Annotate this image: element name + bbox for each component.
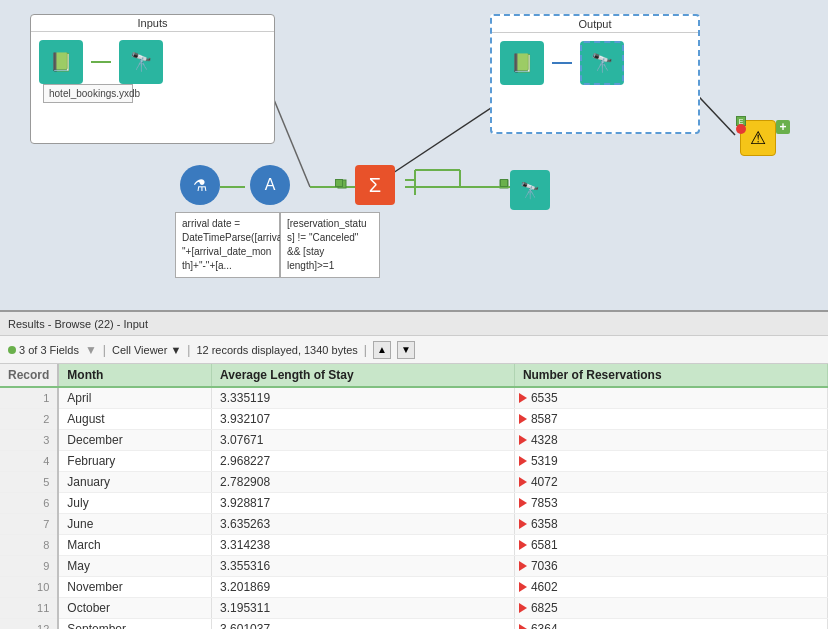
aggregator-node[interactable]: Σ: [355, 165, 395, 205]
red-triangle-icon: [519, 456, 527, 466]
cell-avg-stay: 3.932107: [212, 409, 515, 430]
cell-month: February: [58, 451, 211, 472]
connector-t2: [500, 179, 508, 187]
cell-num-reservations: 6358: [514, 514, 827, 535]
table-body: 1April3.33511965352August3.93210785873De…: [0, 387, 828, 629]
red-triangle-icon: [519, 435, 527, 445]
cell-num-reservations: 7853: [514, 493, 827, 514]
cell-avg-stay: 2.782908: [212, 472, 515, 493]
formula-box-2: [reservation_statu s] != "Canceled" && […: [280, 212, 380, 278]
scroll-up-button[interactable]: ▲: [373, 341, 391, 359]
cell-avg-stay: 3.335119: [212, 387, 515, 409]
table-header-row: Record Month Average Length of Stay Numb…: [0, 364, 828, 387]
cell-avg-stay: 3.635263: [212, 514, 515, 535]
browse-standalone-icon[interactable]: 🔭: [510, 170, 550, 210]
cell-avg-stay: 3.07671: [212, 430, 515, 451]
cell-month: July: [58, 493, 211, 514]
cell-num-reservations: 5319: [514, 451, 827, 472]
records-label: 12 records displayed, 1340 bytes: [196, 344, 357, 356]
cell-month: August: [58, 409, 211, 430]
browse-output-icon[interactable]: 🔭: [580, 41, 624, 85]
cell-record: 3: [0, 430, 58, 451]
cell-avg-stay: 3.928817: [212, 493, 515, 514]
cell-avg-stay: 3.355316: [212, 556, 515, 577]
table-row: 3December3.076714328: [0, 430, 828, 451]
cell-num-reservations: 6535: [514, 387, 827, 409]
table-row: 7June3.6352636358: [0, 514, 828, 535]
cell-num-reservations: 6364: [514, 619, 827, 630]
filter-node[interactable]: ⚗: [180, 165, 220, 205]
cell-record: 4: [0, 451, 58, 472]
cell-month: January: [58, 472, 211, 493]
cell-record: 11: [0, 598, 58, 619]
table-row: 6July3.9288177853: [0, 493, 828, 514]
cell-record: 5: [0, 472, 58, 493]
cell-record: 7: [0, 514, 58, 535]
cell-record: 9: [0, 556, 58, 577]
table-row: 4February2.9682275319: [0, 451, 828, 472]
green-dot: [8, 346, 16, 354]
cell-num-reservations: 4072: [514, 472, 827, 493]
cell-avg-stay: 3.314238: [212, 535, 515, 556]
warning-node[interactable]: ⚠ E +: [740, 120, 776, 156]
cell-record: 6: [0, 493, 58, 514]
cell-viewer-label[interactable]: Cell Viewer ▼: [112, 344, 181, 356]
red-triangle-icon: [519, 414, 527, 424]
results-title: Results - Browse (22) - Input: [8, 318, 148, 330]
cell-avg-stay: 3.195311: [212, 598, 515, 619]
cell-num-reservations: 6581: [514, 535, 827, 556]
cell-num-reservations: 8587: [514, 409, 827, 430]
cell-num-reservations: 4328: [514, 430, 827, 451]
col-header-record: Record: [0, 364, 58, 387]
results-table: Record Month Average Length of Stay Numb…: [0, 364, 828, 629]
table-row: 8March3.3142386581: [0, 535, 828, 556]
inputs-box-title: Inputs: [31, 15, 274, 32]
formula-box-1: arrival date = DateTimeParse([arrival_da…: [175, 212, 280, 278]
cell-avg-stay: 3.601037: [212, 619, 515, 630]
red-triangle-icon: [519, 393, 527, 403]
red-triangle-icon: [519, 624, 527, 629]
red-triangle-icon: [519, 540, 527, 550]
red-triangle-icon: [519, 519, 527, 529]
output-box-content: 📗 🔭: [492, 33, 698, 93]
output-box: Output 📗 🔭: [490, 14, 700, 134]
red-triangle-icon: [519, 561, 527, 571]
cell-month: December: [58, 430, 211, 451]
table-row: 2August3.9321078587: [0, 409, 828, 430]
cell-record: 8: [0, 535, 58, 556]
book-output-icon[interactable]: 📗: [500, 41, 544, 85]
book-input-icon[interactable]: 📗: [39, 40, 83, 84]
table-row: 12September3.6010376364: [0, 619, 828, 630]
col-header-avg-stay: Average Length of Stay: [212, 364, 515, 387]
table-row: 5January2.7829084072: [0, 472, 828, 493]
fields-label: 3 of 3 Fields: [8, 344, 79, 356]
output-box-title: Output: [492, 16, 698, 33]
inputs-box: Inputs 📗 🔭 hotel_bookings.yxdb: [30, 14, 275, 144]
cell-num-reservations: 6825: [514, 598, 827, 619]
cell-record: 10: [0, 577, 58, 598]
connector-t1: [335, 179, 343, 187]
cell-num-reservations: 7036: [514, 556, 827, 577]
table-row: 11October3.1953116825: [0, 598, 828, 619]
table-row: 9May3.3553167036: [0, 556, 828, 577]
red-triangle-icon: [519, 498, 527, 508]
cell-month: October: [58, 598, 211, 619]
data-table-container: Record Month Average Length of Stay Numb…: [0, 364, 828, 629]
cell-record: 2: [0, 409, 58, 430]
browse-input-icon[interactable]: 🔭: [119, 40, 163, 84]
cell-month: June: [58, 514, 211, 535]
red-triangle-icon: [519, 477, 527, 487]
red-triangle-icon: [519, 603, 527, 613]
cell-num-reservations: 4602: [514, 577, 827, 598]
table-row: 1April3.3351196535: [0, 387, 828, 409]
formula-node[interactable]: A: [250, 165, 290, 205]
cell-avg-stay: 3.201869: [212, 577, 515, 598]
results-panel: Results - Browse (22) - Input 3 of 3 Fie…: [0, 310, 828, 629]
cell-month: September: [58, 619, 211, 630]
workflow-canvas: Inputs 📗 🔭 hotel_bookings.yxdb Output 📗 …: [0, 0, 828, 310]
col-header-num-reservations: Number of Reservations: [514, 364, 827, 387]
col-header-month: Month: [58, 364, 211, 387]
scroll-down-button[interactable]: ▼: [397, 341, 415, 359]
cell-avg-stay: 2.968227: [212, 451, 515, 472]
cell-month: March: [58, 535, 211, 556]
